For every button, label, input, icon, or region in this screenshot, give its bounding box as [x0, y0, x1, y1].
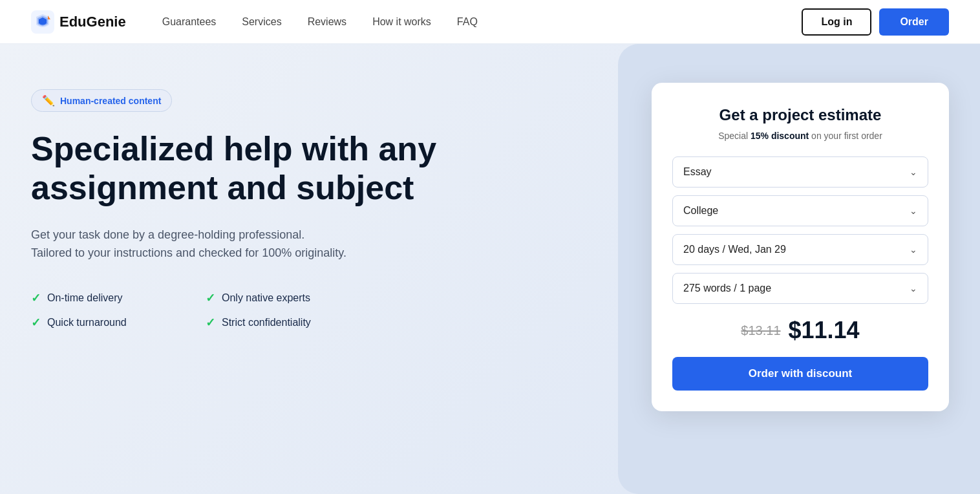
login-button[interactable]: Log in: [802, 8, 871, 36]
check-icon-4: ✓: [206, 316, 215, 330]
discount-text: 15% discount: [751, 131, 809, 141]
logo-text: EduGenie: [59, 14, 126, 30]
card-title: Get a project estimate: [672, 106, 928, 124]
length-select[interactable]: 275 words / 1 page ⌄: [672, 273, 928, 304]
hero-subtitle-line2: Tailored to your instructions and checke…: [31, 246, 346, 259]
nav-links: Guarantees Services Reviews How it works…: [162, 16, 802, 28]
price-original: $13.11: [741, 323, 780, 338]
chevron-down-icon-2: ⌄: [910, 206, 917, 216]
feature-confidentiality: ✓ Strict confidentiality: [206, 316, 341, 330]
feature-label-3: Quick turnaround: [47, 317, 127, 328]
pencil-icon: ✏️: [42, 94, 55, 107]
check-icon-2: ✓: [206, 291, 215, 305]
feature-label-2: Only native experts: [222, 292, 310, 304]
navbar: EduGenie Guarantees Services Reviews How…: [0, 0, 980, 44]
hero-subtitle: Get your task done by a degree-holding p…: [31, 226, 406, 263]
subtitle-prefix: Special: [718, 131, 751, 141]
feature-on-time-delivery: ✓ On-time delivery: [31, 291, 167, 305]
check-icon-3: ✓: [31, 316, 41, 330]
level-select[interactable]: College ⌄: [672, 195, 928, 226]
price-row: $13.11 $11.14: [672, 317, 928, 344]
length-value: 275 words / 1 page: [683, 283, 771, 294]
check-icon-1: ✓: [31, 291, 41, 305]
badge-label: Human-created content: [60, 96, 161, 106]
nav-guarantees[interactable]: Guarantees: [162, 16, 217, 28]
nav-how-it-works[interactable]: How it works: [372, 16, 431, 28]
order-nav-button[interactable]: Order: [879, 8, 949, 36]
logo-link[interactable]: EduGenie: [31, 10, 126, 34]
level-value: College: [683, 205, 718, 217]
hero-title: Specialized help with any assignment and…: [31, 130, 471, 208]
logo-icon: [31, 10, 54, 34]
card-subtitle: Special 15% discount on your first order: [672, 131, 928, 141]
subtitle-suffix: on your first order: [809, 131, 882, 141]
nav-actions: Log in Order: [802, 8, 949, 36]
deadline-value: 20 days / Wed, Jan 29: [683, 244, 786, 255]
hero-right: Get a project estimate Special 15% disco…: [652, 83, 949, 411]
deadline-select[interactable]: 20 days / Wed, Jan 29 ⌄: [672, 234, 928, 265]
feature-label-4: Strict confidentiality: [222, 317, 311, 328]
order-with-discount-button[interactable]: Order with discount: [672, 357, 928, 391]
nav-faq[interactable]: FAQ: [457, 16, 478, 28]
estimate-card: Get a project estimate Special 15% disco…: [652, 83, 949, 411]
hero-left: ✏️ Human-created content Specialized hel…: [31, 83, 652, 330]
price-discounted: $11.14: [789, 317, 860, 344]
nav-services[interactable]: Services: [242, 16, 281, 28]
features-grid: ✓ On-time delivery ✓ Only native experts…: [31, 291, 341, 330]
feature-label-1: On-time delivery: [47, 292, 122, 304]
hero-section: ✏️ Human-created content Specialized hel…: [0, 44, 980, 494]
feature-native-experts: ✓ Only native experts: [206, 291, 341, 305]
chevron-down-icon-4: ⌄: [910, 283, 917, 294]
hero-subtitle-line1: Get your task done by a degree-holding p…: [31, 228, 304, 241]
type-value: Essay: [683, 166, 712, 178]
chevron-down-icon-3: ⌄: [910, 244, 917, 255]
feature-quick-turnaround: ✓ Quick turnaround: [31, 316, 167, 330]
chevron-down-icon-1: ⌄: [910, 167, 917, 177]
human-content-badge: ✏️ Human-created content: [31, 89, 172, 112]
nav-reviews[interactable]: Reviews: [308, 16, 346, 28]
type-select[interactable]: Essay ⌄: [672, 156, 928, 188]
